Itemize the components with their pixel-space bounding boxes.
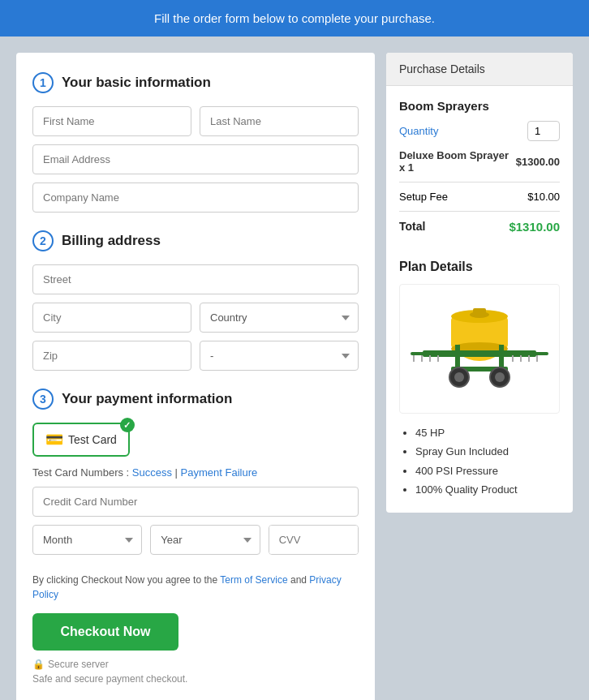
lock-icon: 🔒: [32, 659, 45, 670]
cc-number-row: [32, 487, 359, 517]
company-row: [32, 183, 359, 213]
main-content: 1 Your basic information: [0, 37, 589, 700]
product-name: Boom Sprayers: [399, 99, 560, 113]
state-select[interactable]: -: [200, 341, 359, 371]
card-option[interactable]: 💳 Test Card ✓: [32, 423, 130, 457]
svg-rect-23: [473, 308, 486, 316]
test-card-label: Test Card Numbers :: [32, 466, 129, 479]
check-badge: ✓: [120, 418, 135, 432]
svg-rect-17: [437, 355, 439, 362]
plan-details: Plan Details: [386, 247, 573, 513]
step2-circle: 2: [32, 230, 54, 251]
feature-item: 45 HP: [415, 423, 560, 442]
cvv-wrapper: ▬: [269, 525, 359, 555]
banner-text: Fill the order form below to complete yo…: [154, 11, 435, 25]
total-label: Total: [399, 220, 425, 234]
year-select[interactable]: Year 202420252026 202720282029: [150, 525, 260, 555]
left-panel: 1 Your basic information: [16, 53, 375, 700]
test-card-info: Test Card Numbers : Success | Payment Fa…: [32, 466, 359, 479]
name-row: [32, 106, 359, 136]
zip-state-row: -: [32, 341, 359, 371]
tos-link[interactable]: Term of Service: [220, 574, 287, 586]
purchase-body: Boom Sprayers Quantity Deluxe Boom Spray…: [386, 86, 573, 247]
section1-title: Your basic information: [62, 75, 211, 91]
cc-number-input[interactable]: [32, 487, 359, 517]
secure-text: 🔒 Secure server: [32, 659, 359, 670]
purchase-header: Purchase Details: [386, 53, 573, 86]
product-image: [399, 284, 560, 414]
step1-circle: 1: [32, 72, 54, 93]
svg-rect-19: [520, 355, 522, 362]
svg-rect-8: [499, 345, 504, 369]
svg-rect-20: [528, 355, 530, 362]
feature-item: 400 PSI Pressure: [415, 462, 560, 480]
first-name-input[interactable]: [32, 106, 191, 136]
svg-rect-7: [455, 345, 460, 369]
terms-text: By clicking Checkout Now you agree to th…: [32, 573, 359, 602]
total-row: Total $1310.00: [399, 220, 560, 234]
svg-rect-16: [429, 355, 431, 362]
feature-item: Spray Gun Included: [415, 442, 560, 461]
total-amount: $1310.00: [509, 220, 560, 234]
svg-rect-5: [411, 352, 451, 355]
plan-title: Plan Details: [399, 260, 560, 274]
street-input[interactable]: [32, 264, 359, 294]
svg-rect-18: [512, 355, 514, 362]
section1-header: 1 Your basic information: [32, 72, 359, 93]
setup-fee-line: Setup Fee $10.00: [399, 191, 560, 203]
zip-input[interactable]: [32, 341, 191, 371]
cvv-input[interactable]: [269, 526, 359, 554]
quantity-input[interactable]: [527, 121, 560, 141]
section2-header: 2 Billing address: [32, 230, 359, 251]
section-payment: 3 Your payment information 💳 Test Card ✓…: [32, 389, 359, 555]
section-billing: 2 Billing address Country United States …: [32, 230, 359, 371]
item-price: $1300.00: [516, 156, 560, 168]
street-row: [32, 264, 359, 294]
card-details-row: Month 010203 040506 070809 101112 Year 2…: [32, 525, 359, 555]
quantity-label: Quantity: [399, 125, 438, 137]
feature-item: 100% Quality Product: [415, 480, 560, 499]
divider1: [399, 182, 560, 183]
last-name-input[interactable]: [200, 106, 359, 136]
month-select[interactable]: Month 010203 040506 070809 101112: [32, 525, 142, 555]
checkout-button[interactable]: Checkout Now: [32, 613, 178, 651]
quantity-row: Quantity: [399, 121, 560, 141]
features-list: 45 HP Spray Gun Included 400 PSI Pressur…: [399, 423, 560, 500]
section3-header: 3 Your payment information: [32, 389, 359, 410]
test-card-failure-link[interactable]: Payment Failure: [181, 466, 258, 479]
section2-title: Billing address: [62, 233, 161, 249]
divider2: [399, 211, 560, 212]
svg-rect-14: [413, 355, 415, 362]
svg-point-11: [454, 372, 464, 382]
test-card-divider: |: [175, 466, 178, 479]
email-row: [32, 144, 359, 174]
safe-text: Safe and secure payment checkout.: [32, 673, 359, 685]
section3-title: Your payment information: [62, 391, 232, 407]
item-line: Deluxe Boom Sprayer x 1 $1300.00: [399, 149, 560, 174]
svg-rect-15: [421, 355, 423, 362]
credit-card-icon: 💳: [45, 431, 63, 449]
page-wrapper: Fill the order form below to complete yo…: [0, 0, 589, 700]
company-input[interactable]: [32, 183, 359, 213]
step3-circle: 3: [32, 389, 54, 410]
card-option-label: Test Card: [68, 433, 117, 446]
setup-fee-label: Setup Fee: [399, 191, 448, 203]
item-name: Deluxe Boom Sprayer x 1: [399, 149, 516, 174]
svg-rect-6: [508, 352, 548, 355]
city-country-row: Country United States Canada United King…: [32, 303, 359, 333]
city-input[interactable]: [32, 303, 191, 333]
setup-fee-price: $10.00: [527, 191, 560, 203]
svg-rect-21: [536, 355, 538, 362]
right-panel: Purchase Details Boom Sprayers Quantity …: [386, 53, 573, 513]
test-card-success-link[interactable]: Success: [132, 466, 172, 479]
country-select[interactable]: Country United States Canada United King…: [200, 303, 359, 333]
svg-point-13: [495, 372, 505, 382]
email-input[interactable]: [32, 144, 359, 174]
section-basic-info: 1 Your basic information: [32, 72, 359, 213]
top-banner: Fill the order form below to complete yo…: [0, 0, 589, 37]
